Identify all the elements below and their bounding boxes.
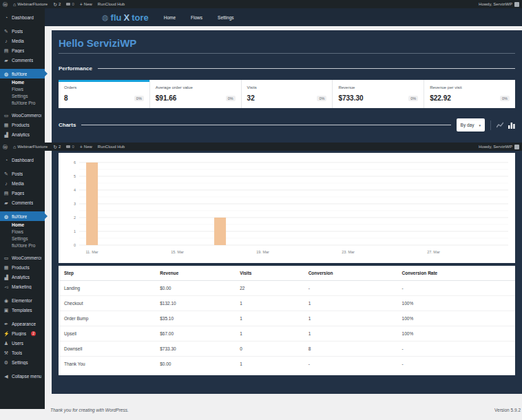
sidebar-item-label: Dashboard — [12, 15, 34, 20]
sidebar-item-templates[interactable]: ▣Templates — [0, 305, 45, 315]
sidebar-item-label: fluXtore — [12, 214, 27, 219]
account-menu[interactable]: Howdy, ServiziWP — [479, 145, 519, 149]
comments-link[interactable]: 0 — [66, 2, 74, 6]
chart-range-select[interactable]: By day ▾ — [457, 118, 485, 132]
fluxtore-logo[interactable]: ◍ fluXtore — [102, 12, 149, 23]
avatar — [514, 2, 519, 7]
site-name-link[interactable]: ⌂WebinarFluxtore — [13, 145, 48, 149]
runcloud-hub-link[interactable]: RunCloud Hub — [98, 145, 125, 149]
wp-logo-menu[interactable]: Ⓦ — [3, 2, 8, 7]
wordpress-logo-icon: Ⓦ — [3, 145, 8, 149]
y-axis-tick-label: 4 — [74, 188, 76, 192]
sidebar-item-posts[interactable]: ✎Posts — [0, 169, 45, 178]
sidebar-item-elementor[interactable]: ◉Elementor — [0, 295, 45, 305]
pages-icon: ▤ — [3, 191, 9, 196]
sidebar-item-fluxtore[interactable]: ◍fluXtore — [0, 69, 45, 78]
sidebar-item-analytics[interactable]: ▟Analytics — [0, 272, 45, 282]
sidebar-item-comments[interactable]: ▰Comments — [0, 198, 45, 207]
updates-link[interactable]: ↻2 — [53, 145, 61, 149]
sidebar-item-label: Elementor — [12, 298, 32, 303]
footer-version-text: Version 5.9.2 — [494, 408, 521, 412]
sidebar-subitem-home[interactable]: Home — [0, 221, 45, 228]
comments-icon: ▰ — [3, 200, 9, 205]
sidebar-item-users[interactable]: ♟Users — [0, 338, 45, 348]
metric-revenue[interactable]: Revenue$733.300% — [332, 80, 424, 108]
topnav-link-flows[interactable]: Flows — [191, 15, 202, 20]
metric-visits[interactable]: Visits320% — [241, 80, 333, 108]
sidebar-item-woocommerce[interactable]: ▭WooCommerce — [0, 253, 45, 262]
section-rule — [98, 68, 515, 69]
table-row: Upsell$67.0011100% — [59, 326, 515, 342]
sidebar-item-label: Posts — [12, 171, 23, 176]
table-cell: $733.30 — [154, 342, 234, 357]
performance-section-header: Performance — [59, 65, 515, 72]
topnav-link-home[interactable]: Home — [164, 15, 176, 20]
table-cell: Order Bump — [59, 311, 154, 326]
sidebar-item-media[interactable]: ♪Media — [0, 36, 45, 45]
metric-average-order-value[interactable]: Average order value$91.660% — [149, 80, 241, 108]
sidebar-item-label: Tools — [12, 350, 22, 355]
users-icon: ♟ — [3, 341, 9, 346]
sidebar-subitem-fluxtore-pro[interactable]: fluXtore Pro — [0, 99, 45, 106]
topnav-link-settings[interactable]: Settings — [218, 15, 234, 20]
sidebar-item-products[interactable]: ▦Products — [0, 262, 45, 272]
sidebar-item-analytics[interactable]: ▟Analytics — [0, 129, 45, 139]
sidebar-item-label: Media — [12, 181, 24, 186]
table-header-visits: Visits — [234, 266, 302, 281]
title-divider — [59, 53, 515, 54]
sidebar-item-label: Marketing — [12, 284, 32, 289]
sidebar-item-plugins[interactable]: ⚡Plugins2 — [0, 328, 45, 338]
sidebar-item-fluxtore[interactable]: ◍fluXtore — [0, 211, 45, 221]
updates-link[interactable]: ↻2 — [53, 2, 61, 7]
table-cell: - — [397, 357, 515, 372]
metric-change-badge: 0% — [317, 96, 326, 101]
sidebar-item-label: Comments — [12, 58, 33, 63]
sidebar-subitem-settings[interactable]: Settings — [0, 92, 45, 99]
metric-revenue-per-visit[interactable]: Revenue per visit$22.920% — [424, 80, 515, 108]
table-cell: 1 — [303, 311, 397, 326]
admin-sidebar: ◔Dashboard✎Posts♪Media▤Pages▰Comments◍fl… — [0, 8, 45, 143]
line-chart-icon[interactable] — [497, 122, 503, 129]
sidebar-item-comments[interactable]: ▰Comments — [0, 55, 45, 65]
table-row: Order Bump$35.1011100% — [59, 311, 515, 326]
sidebar-subitem-home[interactable]: Home — [0, 78, 45, 85]
sidebar-subitem-flows[interactable]: Flows — [0, 228, 45, 235]
admin-sidebar: ◔Dashboard✎Posts♪Media▤Pages▰Comments◍fl… — [0, 151, 45, 409]
sidebar-item-tools[interactable]: ⚒Tools — [0, 348, 45, 357]
y-axis-tick-label: 2 — [74, 216, 76, 220]
sidebar-item-wp-settings[interactable]: ⚙Settings — [0, 357, 45, 367]
sidebar-subitem-settings[interactable]: Settings — [0, 235, 45, 242]
woocommerce-icon: ▭ — [3, 113, 9, 118]
performance-title: Performance — [59, 65, 92, 72]
sidebar-subitem-flows[interactable]: Flows — [0, 85, 45, 92]
sidebar-item-media[interactable]: ♪Media — [0, 178, 45, 188]
account-menu[interactable]: Howdy, ServiziWP — [479, 2, 519, 7]
y-axis-tick-label: 6 — [74, 160, 76, 165]
sidebar-item-label: Pages — [12, 48, 24, 53]
metric-orders[interactable]: Orders80% — [59, 80, 149, 108]
page-title: Hello ServiziWP — [52, 30, 522, 52]
sidebar-item-posts[interactable]: ✎Posts — [0, 26, 45, 36]
sidebar-item-appearance[interactable]: ✒Appearance — [0, 319, 45, 328]
site-name-link[interactable]: ⌂WebinarFluxtore — [13, 2, 48, 7]
chart-type-toggle — [497, 122, 515, 129]
sidebar-item-pages[interactable]: ▤Pages — [0, 45, 45, 55]
sidebar-item-marketing[interactable]: ◅Marketing — [0, 282, 45, 291]
sidebar-item-woocommerce[interactable]: ▭WooCommerce — [0, 110, 45, 120]
table-cell: Checkout — [59, 296, 154, 311]
sidebar-item-label: Settings — [12, 360, 28, 365]
sidebar-item-dashboard[interactable]: ◔Dashboard — [0, 155, 45, 165]
comments-link[interactable]: 0 — [66, 145, 74, 149]
elementor-icon: ◉ — [3, 298, 9, 303]
sidebar-item-products[interactable]: ▦Products — [0, 120, 45, 129]
new-content-menu[interactable]: +New — [80, 2, 92, 7]
wp-logo-menu[interactable]: Ⓦ — [3, 145, 8, 149]
runcloud-hub-link[interactable]: RunCloud Hub — [98, 2, 125, 6]
sidebar-item-dashboard[interactable]: ◔Dashboard — [0, 12, 45, 22]
sidebar-item-pages[interactable]: ▤Pages — [0, 188, 45, 198]
new-content-menu[interactable]: +New — [80, 145, 92, 149]
sidebar-subitem-fluxtore-pro[interactable]: fluXtore Pro — [0, 242, 45, 249]
media-icon: ♪ — [3, 39, 9, 43]
bar-chart-icon[interactable] — [508, 122, 515, 129]
sidebar-item-collapse-menu[interactable]: ◀Collapse menu — [0, 371, 45, 381]
